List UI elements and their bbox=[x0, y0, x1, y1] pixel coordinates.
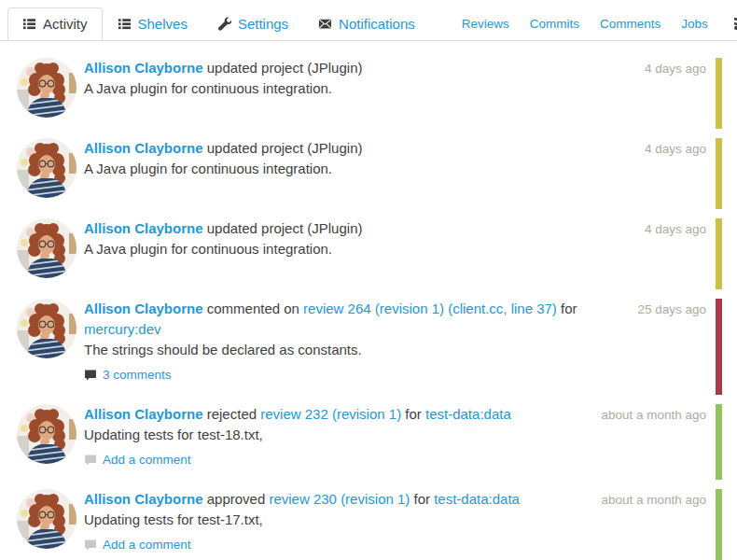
user-avatar[interactable] bbox=[17, 489, 76, 549]
user-link[interactable]: Allison Clayborne bbox=[84, 491, 203, 507]
speech-bubble-icon bbox=[84, 369, 97, 382]
activity-content: Allison Clayborne updated project (JPlug… bbox=[84, 58, 596, 99]
activity-title: Allison Clayborne updated project (JPlug… bbox=[84, 58, 589, 78]
activity-item: Allison Clayborne updated project (JPlug… bbox=[17, 58, 722, 129]
activity-body: A Java plugin for continuous integration… bbox=[84, 239, 589, 259]
activity-title: Allison Clayborne rejected review 232 (r… bbox=[84, 404, 589, 425]
comments-row: Add a comment bbox=[84, 452, 589, 469]
review-link[interactable]: review 230 (revision 1) bbox=[269, 491, 410, 507]
activity-body: The strings should be declared as consta… bbox=[84, 340, 589, 360]
timestamp: 4 days ago bbox=[596, 218, 716, 239]
user-avatar[interactable] bbox=[17, 58, 76, 118]
user-link[interactable]: Allison Clayborne bbox=[84, 140, 203, 156]
activity-content: Allison Clayborne updated project (JPlug… bbox=[84, 218, 596, 259]
rss-icon[interactable] bbox=[733, 16, 737, 31]
user-link[interactable]: Allison Clayborne bbox=[84, 220, 203, 236]
add-comment-link[interactable]: Add a comment bbox=[103, 452, 191, 469]
activity-content: Allison Clayborne commented on review 26… bbox=[84, 299, 596, 384]
for-text: for bbox=[414, 491, 435, 507]
activity-item: Allison Clayborne updated project (JPlug… bbox=[17, 138, 722, 209]
activity-title: Allison Clayborne approved review 230 (r… bbox=[84, 489, 589, 510]
tab-link-reviews[interactable]: Reviews bbox=[462, 17, 509, 31]
activity-item: Allison Clayborne updated project (JPlug… bbox=[17, 218, 722, 289]
tab-settings-label: Settings bbox=[238, 16, 288, 32]
action-text: updated project (JPlugin) bbox=[207, 140, 363, 156]
user-link[interactable]: Allison Clayborne bbox=[84, 406, 203, 422]
wrench-icon bbox=[217, 17, 231, 31]
timestamp: 25 days ago bbox=[596, 299, 716, 319]
add-comment-link[interactable]: Add a comment bbox=[103, 537, 191, 553]
activity-title: Allison Clayborne updated project (JPlug… bbox=[84, 218, 589, 239]
tab-bar: Activity Shelves Settings Notifications … bbox=[0, 0, 737, 41]
review-link[interactable]: review 232 (revision 1) bbox=[260, 406, 401, 422]
activity-body: Updating tests for test-18.txt, bbox=[84, 425, 589, 445]
activity-body: A Java plugin for continuous integration… bbox=[84, 78, 589, 99]
action-text: updated project (JPlugin) bbox=[207, 220, 363, 236]
comments-link[interactable]: 3 comments bbox=[103, 367, 172, 384]
activity-body: A Java plugin for continuous integration… bbox=[84, 159, 589, 179]
user-link[interactable]: Allison Clayborne bbox=[84, 301, 203, 316]
project-link[interactable]: mercury:dev bbox=[84, 321, 161, 337]
tab-link-jobs[interactable]: Jobs bbox=[681, 17, 708, 31]
user-avatar[interactable] bbox=[17, 299, 76, 358]
tab-link-commits[interactable]: Commits bbox=[530, 17, 579, 31]
activity-feed: Allison Clayborne updated project (JPlug… bbox=[0, 41, 737, 560]
tab-shelves-label: Shelves bbox=[138, 16, 188, 32]
tab-shelves[interactable]: Shelves bbox=[103, 7, 202, 40]
tab-notifications[interactable]: Notifications bbox=[303, 7, 430, 40]
comments-row: Add a comment bbox=[84, 537, 589, 553]
user-link[interactable]: Allison Clayborne bbox=[84, 60, 203, 76]
activity-title: Allison Clayborne updated project (JPlug… bbox=[84, 138, 589, 159]
comments-row: 3 comments bbox=[84, 367, 589, 384]
user-avatar[interactable] bbox=[17, 404, 76, 464]
action-text: approved bbox=[207, 491, 270, 507]
user-avatar[interactable] bbox=[17, 218, 76, 278]
review-link[interactable]: review 264 (revision 1) (client.cc, line… bbox=[303, 301, 557, 316]
for-text: for bbox=[405, 406, 425, 422]
tab-notifications-label: Notifications bbox=[339, 16, 415, 32]
action-text: rejected bbox=[207, 406, 261, 422]
action-text: commented on bbox=[207, 301, 303, 316]
action-text: updated project (JPlugin) bbox=[207, 60, 363, 76]
activity-content: Allison Clayborne approved review 230 (r… bbox=[84, 489, 596, 553]
activity-item: Allison Clayborne approved review 230 (r… bbox=[17, 489, 722, 560]
activity-item: Allison Clayborne commented on review 26… bbox=[17, 299, 722, 395]
user-avatar[interactable] bbox=[17, 138, 76, 198]
activity-content: Allison Clayborne updated project (JPlug… bbox=[84, 138, 596, 179]
tab-activity[interactable]: Activity bbox=[7, 7, 103, 40]
speech-bubble-icon bbox=[84, 539, 97, 552]
project-link[interactable]: test-data:data bbox=[425, 406, 511, 422]
timestamp: about a month ago bbox=[596, 404, 716, 425]
tab-activity-label: Activity bbox=[43, 16, 88, 32]
project-link[interactable]: test-data:data bbox=[434, 491, 520, 507]
timestamp: 4 days ago bbox=[596, 58, 716, 78]
activity-content: Allison Clayborne rejected review 232 (r… bbox=[84, 404, 596, 469]
activity-title: Allison Clayborne commented on review 26… bbox=[84, 299, 589, 340]
speech-bubble-icon bbox=[84, 454, 97, 467]
tab-settings[interactable]: Settings bbox=[202, 7, 303, 40]
timestamp: 4 days ago bbox=[596, 138, 716, 159]
list-icon bbox=[22, 17, 36, 31]
for-text: for bbox=[561, 301, 577, 316]
list-icon bbox=[118, 17, 132, 31]
timestamp: about a month ago bbox=[596, 489, 716, 510]
activity-item: Allison Clayborne rejected review 232 (r… bbox=[17, 404, 722, 480]
tab-link-comments[interactable]: Comments bbox=[600, 17, 661, 31]
activity-body: Updating tests for test-17.txt, bbox=[84, 510, 589, 530]
envelope-icon bbox=[318, 17, 332, 31]
